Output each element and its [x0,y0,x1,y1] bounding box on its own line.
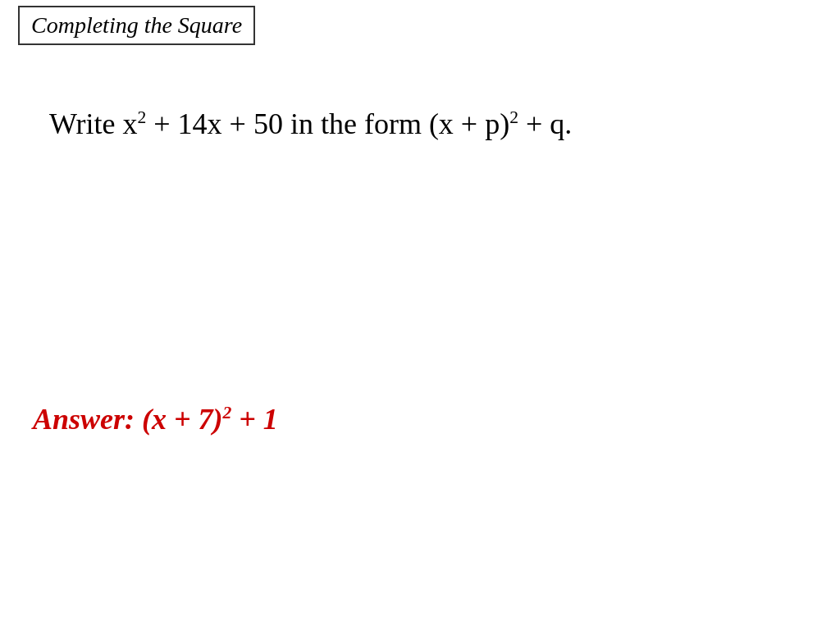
title-text: Completing the Square [31,12,242,38]
answer-suffix: + 1 [231,403,278,436]
question-exp2: 2 [509,107,518,127]
question-container: Write x2 + 14x + 50 in the form (x + p)2… [49,107,572,141]
answer-exp: 2 [223,403,232,422]
question-middle: + 14x + 50 in the form (x + p) [146,107,509,140]
question-exp1: 2 [138,107,147,127]
question-prefix: Write x [49,107,138,140]
question-suffix: + q. [518,107,572,140]
answer-container: Answer: (x + 7)2 + 1 [33,402,278,436]
answer-prefix: Answer: (x + 7) [33,403,223,436]
title-box: Completing the Square [18,6,255,45]
